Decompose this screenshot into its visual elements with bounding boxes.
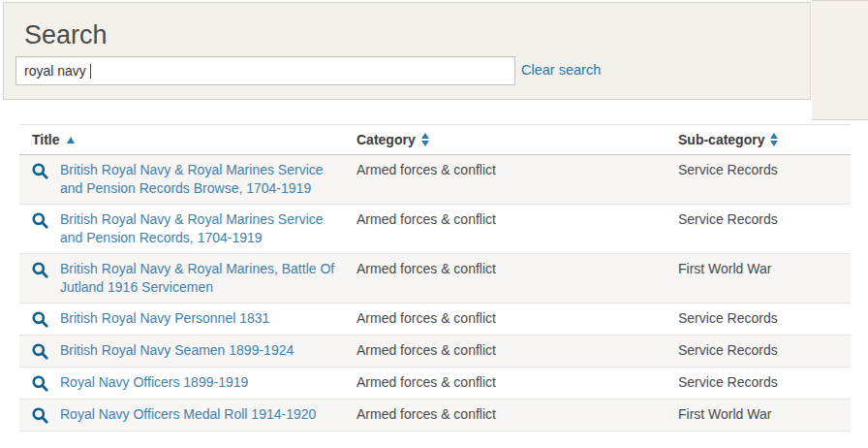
record-category: Armed forces & conflict [356,309,678,328]
record-subcategory: Service Records [678,309,851,328]
search-input[interactable]: royal navy [16,56,515,85]
record-title-cell: British Royal Navy & Royal Marines, Batt… [60,260,356,297]
sort-toggle-icon [770,133,778,146]
sort-ascending-icon [67,137,75,144]
record-title-cell: Royal Navy Officers Medal Roll 1914-1920 [60,405,356,424]
row-icon-cell [19,341,60,361]
table-header-row: Title Category Sub-category [19,124,851,155]
record-category: Armed forces & conflict [356,373,678,392]
record-title-cell: British Royal Navy & Royal Marines Servi… [60,161,356,198]
magnifier-icon[interactable] [31,162,49,180]
magnifier-icon[interactable] [31,211,49,230]
record-category: Armed forces & conflict [356,341,678,360]
record-subcategory: Service Records [678,341,851,360]
row-icon-cell [19,260,60,279]
row-icon-cell [19,309,60,329]
row-icon-cell [19,373,60,393]
record-subcategory: Service Records [678,161,851,179]
text-caret [90,64,91,79]
table-body: British Royal Navy & Royal Marines Servi… [19,155,851,432]
record-subcategory: First World War [678,260,851,278]
search-input-value: royal navy [24,63,86,79]
record-title-cell: Royal Navy Officers 1899-1919 [60,373,356,392]
record-title-link[interactable]: Royal Navy Officers 1899-1919 [60,374,248,390]
record-category: Armed forces & conflict [356,260,678,278]
table-row: British Royal Navy Personnel 1831 Armed … [19,304,851,336]
record-category: Armed forces & conflict [356,161,678,179]
column-header-subcategory[interactable]: Sub-category [678,132,851,147]
record-title-link[interactable]: British Royal Navy & Royal Marines, Batt… [60,261,334,295]
record-title-link[interactable]: British Royal Navy & Royal Marines Servi… [60,211,324,245]
table-row: British Royal Navy & Royal Marines Servi… [19,205,851,254]
record-title-cell: British Royal Navy Seamen 1899-1924 [60,341,356,360]
magnifier-icon[interactable] [31,374,49,393]
record-subcategory: First World War [678,405,851,424]
row-icon-cell [19,161,60,180]
adjacent-panel-fragment [812,0,868,120]
table-row: British Royal Navy Seamen 1899-1924 Arme… [19,336,851,368]
record-title-link[interactable]: British Royal Navy & Royal Marines Servi… [60,162,324,196]
record-title-cell: British Royal Navy & Royal Marines Servi… [60,210,356,247]
table-row: British Royal Navy & Royal Marines Servi… [19,155,851,205]
record-title-link[interactable]: Royal Navy Officers Medal Roll 1914-1920 [60,406,316,422]
sort-toggle-icon [421,133,429,146]
page-title: Search [4,3,810,48]
search-panel: Search royal navy Clear search [3,2,811,100]
magnifier-icon[interactable] [31,310,49,329]
record-category: Armed forces & conflict [356,405,678,424]
record-subcategory: Service Records [678,373,851,392]
row-icon-cell [19,210,60,230]
table-row: Royal Navy Officers Medal Roll 1914-1920… [19,400,851,432]
magnifier-icon[interactable] [31,406,49,425]
column-header-title[interactable]: Title [19,132,356,147]
magnifier-icon[interactable] [31,342,49,361]
column-header-subcategory-label: Sub-category [678,132,764,147]
record-title-link[interactable]: British Royal Navy Personnel 1831 [60,310,269,326]
record-subcategory: Service Records [678,210,851,229]
record-title-cell: British Royal Navy Personnel 1831 [60,309,356,328]
column-header-title-label: Title [32,132,60,147]
table-row: British Royal Navy & Royal Marines, Batt… [19,254,851,304]
row-icon-cell [19,405,60,425]
results-table: Title Category Sub-category British Roya… [19,124,851,432]
search-results-page: Search royal navy Clear search Title Cat… [0,0,868,448]
column-header-category-label: Category [356,132,416,147]
column-header-category[interactable]: Category [356,132,678,147]
record-title-link[interactable]: British Royal Navy Seamen 1899-1924 [60,342,294,358]
table-row: Royal Navy Officers 1899-1919 Armed forc… [19,368,851,400]
record-category: Armed forces & conflict [356,210,678,229]
magnifier-icon[interactable] [31,261,49,279]
clear-search-link[interactable]: Clear search [521,62,601,78]
